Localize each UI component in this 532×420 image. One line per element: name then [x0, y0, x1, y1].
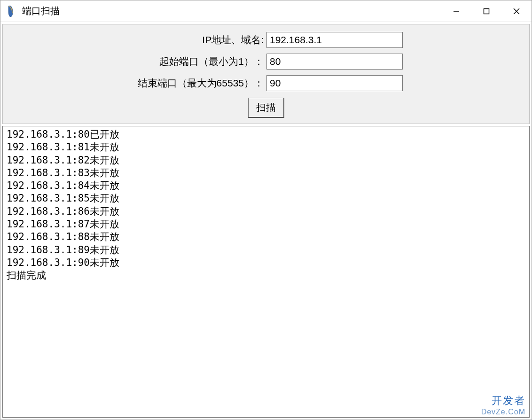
close-icon: [513, 8, 520, 15]
maximize-button[interactable]: [471, 0, 501, 22]
start-port-input[interactable]: [266, 54, 403, 70]
ip-input[interactable]: [266, 32, 403, 48]
svg-rect-1: [484, 8, 489, 14]
form-panel: IP地址、域名: 起始端口（最小为1）： 结束端口（最大为65535）： 扫描: [2, 24, 530, 124]
results-textarea[interactable]: 192.168.3.1:80已开放 192.168.3.1:81未开放 192.…: [2, 126, 530, 418]
end-port-input[interactable]: [266, 75, 403, 91]
close-button[interactable]: [501, 0, 532, 22]
scan-button-row: 扫描: [3, 98, 529, 118]
start-port-label: 起始端口（最小为1）：: [3, 55, 266, 68]
minimize-icon: [453, 8, 460, 15]
scan-button[interactable]: 扫描: [248, 98, 284, 118]
end-port-label: 结束端口（最大为65535）：: [3, 77, 266, 90]
window-controls: [441, 0, 532, 22]
app-window: 端口扫描 IP地址、域名: 起始端口（最小为1）： 结束端口（最大为65535）…: [0, 0, 532, 420]
end-port-row: 结束端口（最大为65535）：: [3, 75, 529, 91]
app-icon: [6, 6, 17, 17]
ip-row: IP地址、域名:: [3, 32, 529, 48]
maximize-icon: [483, 8, 490, 15]
ip-label: IP地址、域名:: [3, 33, 266, 47]
start-port-row: 起始端口（最小为1）：: [3, 54, 529, 70]
titlebar: 端口扫描: [0, 0, 532, 22]
minimize-button[interactable]: [441, 0, 471, 22]
window-title: 端口扫描: [22, 5, 441, 17]
